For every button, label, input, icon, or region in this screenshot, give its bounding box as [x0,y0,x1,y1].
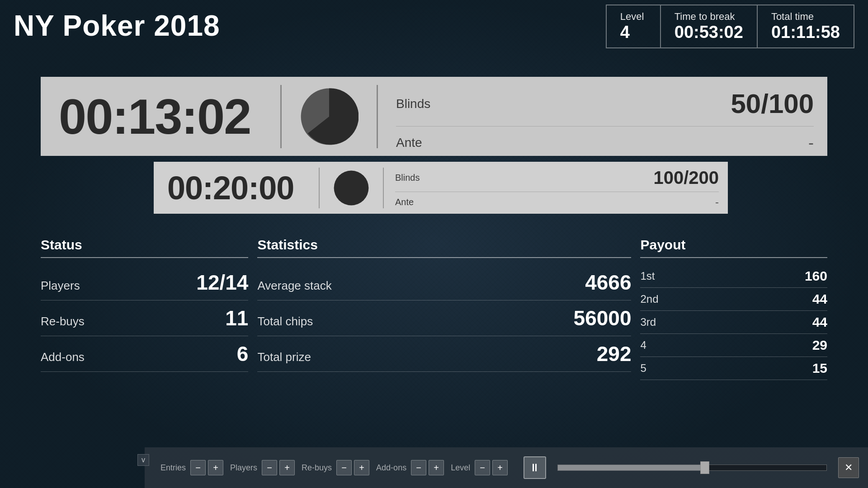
payout-amount: 15 [812,361,827,376]
addons-ctrl-label: Add-ons [376,463,406,473]
players-value: 12/14 [196,270,248,295]
small-pie-container [329,165,374,211]
v-badge: v [137,454,149,466]
rebuys-label: Re-buys [41,314,85,328]
blinds-row: Blinds 50/100 [396,81,814,127]
total-chips-value: 56000 [574,306,632,330]
payout-place: 3rd [640,316,656,328]
entries-minus-button[interactable]: − [190,460,206,475]
level-plus-button[interactable]: + [492,460,508,475]
rebuys-value: 11 [225,306,248,330]
players-ctrl-label: Players [230,463,257,473]
payout-amount: 29 [812,338,827,353]
svg-point-1 [334,170,369,205]
addons-row: Add-ons 6 [41,336,248,372]
close-button[interactable]: ✕ [838,457,859,478]
payout-row: 4 29 [640,334,827,357]
rebuys-ctrl-group: Re-buys − + [302,460,369,475]
progress-thumb[interactable] [700,461,709,474]
payout-row: 1st 160 [640,265,827,288]
avg-stack-value: 4666 [585,270,631,295]
players-row: Players 12/14 [41,265,248,300]
avg-stack-row: Average stack 4666 [257,265,631,300]
next-ante-row: Ante - [395,192,719,212]
avg-stack-label: Average stack [257,279,331,293]
next-ante-label: Ante [395,197,414,207]
players-minus-button[interactable]: − [262,460,277,475]
blinds-value: 50/100 [731,88,814,119]
payout-place: 1st [640,270,655,282]
next-blinds-value: 100/200 [653,168,719,188]
total-prize-label: Total prize [257,350,311,364]
current-timer: 00:13:02 [41,88,276,145]
ante-value: - [808,133,814,152]
level-stat: Level 4 [607,5,661,47]
players-plus-button[interactable]: + [279,460,295,475]
current-level-panel: 00:13:02 Blinds 50/100 Ante - [41,77,827,156]
payout-row: 3rd 44 [640,311,827,334]
payout-row: 5 15 [640,357,827,380]
total-chips-row: Total chips 56000 [257,300,631,336]
break-value: 00:53:02 [675,23,743,42]
total-prize-row: Total prize 292 [257,336,631,372]
next-divider [319,168,320,208]
entries-group: Entries − + [160,460,223,475]
rebuys-row: Re-buys 11 [41,300,248,336]
next-progress-pie [333,170,369,206]
stats-section: Status Players 12/14 Re-buys 11 Add-ons … [41,237,827,380]
progress-track[interactable] [557,465,827,471]
next-divider-2 [383,168,384,208]
payout-rows: 1st 160 2nd 44 3rd 44 4 29 5 15 [640,265,827,380]
payout-place: 4 [640,339,646,352]
next-timer: 00:20:00 [154,169,316,206]
addons-minus-button[interactable]: − [411,460,426,475]
pause-button[interactable]: ⏸ [524,456,546,479]
ante-row: Ante - [396,127,814,159]
timer-divider [280,85,282,148]
total-chips-label: Total chips [257,314,313,328]
next-blinds-section: Blinds 100/200 Ante - [386,162,728,214]
payout-amount: 160 [805,268,827,284]
entries-plus-button[interactable]: + [208,460,223,475]
payout-amount: 44 [812,291,827,307]
status-header: Status [41,237,248,258]
pie-divider [377,85,378,148]
progress-pie [300,87,359,146]
payout-amount: 44 [812,314,827,330]
addons-plus-button[interactable]: + [429,460,444,475]
total-time-value: 01:11:58 [771,23,840,42]
break-label: Time to break [675,11,743,23]
level-ctrl-label: Level [451,463,470,473]
rebuys-plus-button[interactable]: + [354,460,369,475]
control-bar: v Entries − + Players − + Re-buys − + Ad… [145,447,868,488]
status-column: Status Players 12/14 Re-buys 11 Add-ons … [41,237,248,380]
addons-label: Add-ons [41,350,85,364]
payout-column: Payout 1st 160 2nd 44 3rd 44 4 29 5 15 [640,237,827,380]
time-to-break-stat: Time to break 00:53:02 [661,5,758,47]
app-title: NY Poker 2018 [14,9,220,42]
payout-header: Payout [640,237,827,258]
total-time-stat: Total time 01:11:58 [758,5,854,47]
entries-label: Entries [160,463,186,473]
addons-ctrl-group: Add-ons − + [376,460,444,475]
total-prize-value: 292 [597,342,632,366]
level-ctrl-group: Level − + [451,460,508,475]
payout-place: 2nd [640,293,658,305]
rebuys-ctrl-label: Re-buys [302,463,332,473]
rebuys-minus-button[interactable]: − [336,460,352,475]
pie-chart-container [295,83,363,150]
progress-fill [558,465,706,470]
statistics-header: Statistics [257,237,631,258]
next-blinds-row: Blinds 100/200 [395,164,719,192]
top-stats-panel: Level 4 Time to break 00:53:02 Total tim… [606,5,854,48]
total-time-label: Total time [771,11,840,23]
level-value: 4 [620,23,646,42]
payout-place: 5 [640,362,646,375]
level-minus-button[interactable]: − [475,460,490,475]
next-level-panel: 00:20:00 Blinds 100/200 Ante - [154,162,728,214]
players-ctrl-group: Players − + [230,460,295,475]
payout-row: 2nd 44 [640,288,827,311]
blinds-section: Blinds 50/100 Ante - [382,77,827,156]
ante-label: Ante [396,136,422,150]
next-ante-value: - [715,196,719,208]
